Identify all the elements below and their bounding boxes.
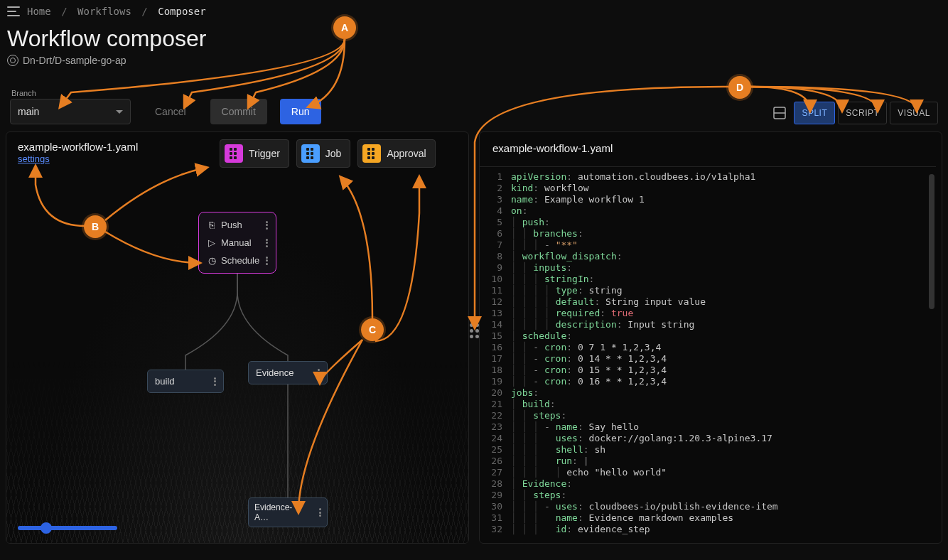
annotation-c: C (361, 318, 384, 341)
view-visual[interactable]: VISUAL (890, 102, 938, 124)
crumb-workflows[interactable]: Workflows (77, 6, 131, 17)
palette-trigger-label: Trigger (249, 148, 280, 159)
split-handle[interactable] (470, 323, 481, 340)
palette-job-label: Job (325, 148, 342, 159)
menu-icon[interactable] (7, 6, 20, 16)
node-evidence-a[interactable]: Evidence-A… (248, 497, 328, 527)
crumb-current: Composer (158, 6, 205, 17)
annotation-d: D (728, 76, 751, 99)
push-icon: ⎘ (207, 220, 217, 230)
view-split[interactable]: SPLIT (794, 102, 835, 124)
breadcrumb: Home / Workflows / Composer (27, 6, 206, 17)
line-gutter: 1234567891011121314151617181920212223242… (480, 171, 502, 535)
github-icon (7, 55, 18, 66)
workflow-canvas[interactable]: ⎘ Push ▷ Manual ◷ Schedule build (6, 171, 468, 543)
settings-link[interactable]: settings (18, 154, 50, 164)
node-build[interactable]: build (147, 370, 224, 393)
trigger-push[interactable]: ⎘ Push (203, 216, 272, 234)
trigger-schedule-label: Schedule (221, 255, 259, 266)
kebab-icon[interactable] (266, 257, 268, 265)
kebab-icon[interactable] (266, 239, 268, 247)
visual-filename: example-workflow-1.yaml (18, 141, 138, 153)
trigger-manual-label: Manual (221, 237, 252, 248)
trigger-manual[interactable]: ▷ Manual (203, 234, 272, 252)
trigger-node[interactable]: ⎘ Push ▷ Manual ◷ Schedule (198, 212, 276, 274)
repo-name: Dn-Drt/D-sample-go-ap (23, 55, 126, 66)
page-title: Workflow composer (0, 17, 948, 55)
crumb-home[interactable]: Home (27, 6, 51, 17)
code-source[interactable]: apiVersion: automation.cloudbees.io/v1al… (511, 171, 936, 535)
kebab-icon[interactable] (319, 508, 321, 517)
kebab-icon[interactable] (214, 377, 216, 386)
script-filename: example-workflow-1.yaml (480, 132, 942, 164)
play-icon: ▷ (207, 237, 217, 248)
palette-approval-label: Approval (387, 148, 426, 159)
clock-icon: ◷ (207, 255, 217, 266)
annotation-a: A (333, 16, 356, 39)
layout-icon[interactable] (768, 102, 791, 124)
kebab-icon[interactable] (266, 221, 268, 230)
visual-pane: example-workflow-1.yaml settings Trigger… (6, 131, 469, 544)
view-toggle: SPLIT SCRIPT VISUAL (768, 102, 938, 124)
node-evidence[interactable]: Evidence (248, 361, 328, 384)
trigger-schedule[interactable]: ◷ Schedule (203, 252, 272, 269)
node-palette: Trigger Job Approval (220, 139, 436, 168)
annotation-b: B (84, 215, 107, 238)
branch-value: main (18, 106, 39, 117)
trigger-push-label: Push (221, 220, 242, 230)
node-evidence-label: Evidence (256, 367, 293, 378)
cancel-button[interactable]: Cancel (144, 99, 198, 124)
node-build-label: build (155, 376, 174, 387)
branch-select[interactable]: main (10, 99, 131, 124)
script-pane: example-workflow-1.yaml 1234567891011121… (479, 131, 942, 544)
commit-button[interactable]: Commit (210, 99, 267, 124)
palette-approval[interactable]: Approval (357, 139, 435, 168)
zoom-slider[interactable] (18, 526, 117, 530)
chevron-down-icon (116, 110, 123, 114)
palette-trigger[interactable]: Trigger (220, 139, 289, 168)
view-script[interactable]: SCRIPT (838, 102, 887, 124)
node-evidence-a-label: Evidence-A… (254, 502, 305, 522)
code-editor[interactable]: 1234567891011121314151617181920212223242… (480, 166, 936, 543)
run-button[interactable]: Run (280, 99, 321, 124)
kebab-icon[interactable] (318, 369, 320, 377)
palette-job[interactable]: Job (296, 139, 351, 168)
branch-label: Branch (10, 89, 131, 97)
vertical-scrollbar[interactable] (929, 174, 934, 309)
